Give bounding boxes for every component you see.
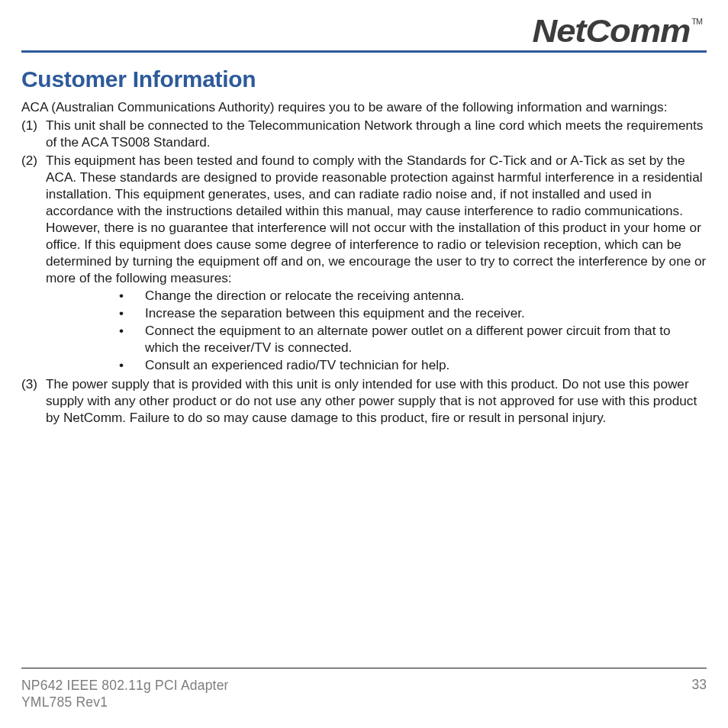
header-logo-row: NetCommTM [21,15,707,47]
item-text: This unit shall be connected to the Tele… [46,117,707,150]
bullet-icon: • [119,356,145,373]
item-number: (3) [21,375,46,426]
header-divider [21,50,707,53]
page-number: 33 [692,677,707,693]
footer-divider [21,668,707,668]
trademark-symbol: TM [692,18,702,26]
warning-list: (1) This unit shall be connected to the … [21,117,707,426]
item-text-content: This equipment has been tested and found… [46,153,706,285]
bullet-item: • Connect the equipment to an alternate … [119,322,707,356]
section-title: Customer Information [21,66,707,92]
bullet-item: • Increase the separation between this e… [119,304,707,321]
footer-product: NP642 IEEE 802.11g PCI Adapter [21,677,229,694]
footer-docref: YML785 Rev1 [21,694,229,711]
bullet-text: Increase the separation between this equ… [145,304,525,321]
intro-paragraph: ACA (Australian Communications Authority… [21,98,707,115]
item-text: The power supply that is provided with t… [46,375,707,426]
bullet-item: • Consult an experienced radio/TV techni… [119,356,707,373]
item-text: This equipment has been tested and found… [46,152,707,374]
bullet-list: • Change the direction or relocate the r… [119,287,707,373]
list-item: (2) This equipment has been tested and f… [21,152,707,374]
list-item: (3) The power supply that is provided wi… [21,375,707,426]
bullet-icon: • [119,322,145,356]
item-number: (1) [21,117,46,150]
page-footer: NP642 IEEE 802.11g PCI Adapter YML785 Re… [21,677,707,712]
brand-logo: NetCommTM [533,15,702,47]
list-item: (1) This unit shall be connected to the … [21,117,707,150]
bullet-text: Consult an experienced radio/TV technici… [145,356,449,373]
bullet-icon: • [119,304,145,321]
item-number: (2) [21,152,46,374]
brand-logo-text: NetComm [533,13,691,49]
bullet-text: Connect the equipment to an alternate po… [145,322,707,356]
bullet-icon: • [119,287,145,304]
bullet-text: Change the direction or relocate the rec… [145,287,465,304]
bullet-item: • Change the direction or relocate the r… [119,287,707,304]
footer-left: NP642 IEEE 802.11g PCI Adapter YML785 Re… [21,677,229,712]
